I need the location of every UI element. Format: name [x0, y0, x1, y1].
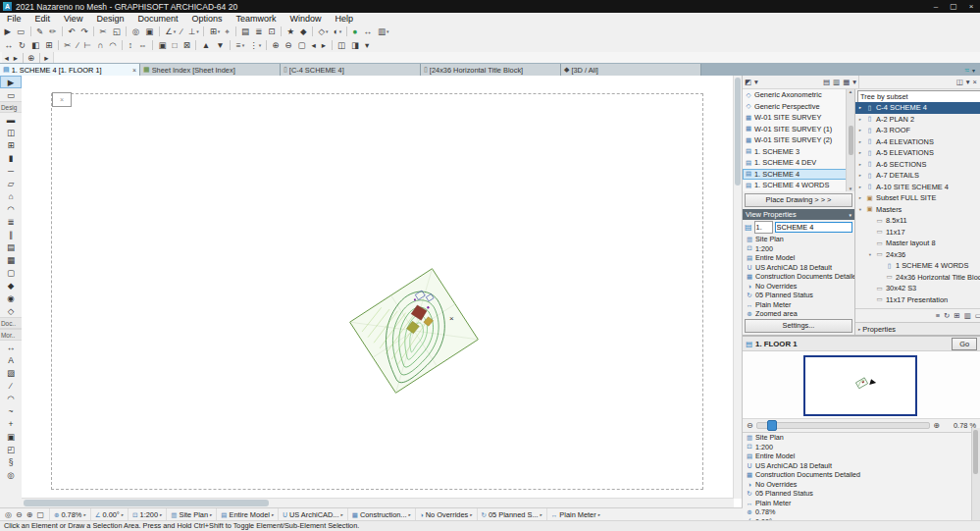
toolbar-button[interactable]: ◂	[309, 39, 319, 51]
preview-properties-scrollbar[interactable]	[971, 428, 980, 521]
layout-tree-item[interactable]: ▭ 8.5x11	[855, 215, 980, 227]
toolbox-tool[interactable]: ▤	[0, 240, 22, 253]
view-property-row[interactable]: ◑ No Overrides	[743, 282, 854, 292]
menu-item[interactable]: File	[0, 13, 28, 25]
expand-arrow-icon[interactable]: ▸	[857, 185, 863, 189]
expand-arrow-icon[interactable]: ▸	[857, 150, 863, 155]
toolbar-button[interactable]: ▢	[295, 39, 309, 51]
view-property-row[interactable]: ▤ Entire Model	[743, 253, 854, 263]
palette-menu-icon[interactable]: ▾	[966, 78, 970, 86]
segment-arrow-icon[interactable]: ▸	[122, 512, 124, 517]
layout-tree-item[interactable]: ▸ ▯ A-6 SECTIONS	[855, 159, 980, 171]
toolbar-button[interactable]: ▼	[214, 39, 228, 51]
view-id-field[interactable]: 1.	[754, 221, 773, 234]
scrollbar-thumb[interactable]	[735, 78, 741, 186]
zoom-slider[interactable]	[756, 422, 931, 429]
menu-item[interactable]: View	[57, 13, 89, 25]
tab[interactable]: ▯ [C-4 SCHEME 4]	[281, 64, 421, 76]
layout-settings-icon[interactable]: ≡	[936, 311, 940, 320]
expand-arrow-icon[interactable]: ▸	[857, 139, 863, 144]
tab[interactable]: ▦ Sheet Index [Sheet Index]	[140, 64, 281, 76]
toolbar-button[interactable]: ⊡	[266, 26, 279, 37]
toolbar-button[interactable]: ⊥ ▾	[185, 26, 201, 37]
add-layout-icon[interactable]: ⊞	[954, 311, 959, 320]
view-list-item[interactable]: ▤ 1. SCHEME 4 DEV	[743, 157, 847, 169]
view-name-input[interactable]	[775, 222, 852, 233]
scroll-down-icon[interactable]: ▼	[847, 186, 854, 191]
view-properties-header[interactable]: View Properties ▾	[743, 209, 854, 220]
preview-property-row[interactable]: ↔ Plain Meter	[743, 499, 972, 508]
toolbox-tool[interactable]: ▢	[0, 266, 22, 279]
toolbar-button[interactable]: ∕	[75, 39, 81, 51]
toolbar-button[interactable]: ↕	[126, 39, 135, 51]
view-list-scrollbar[interactable]: ▲ ▼	[846, 89, 854, 191]
expand-caret-icon[interactable]: ▸	[858, 327, 860, 332]
toolbar-button[interactable]: ✂	[62, 39, 75, 51]
toolbox-tool[interactable]: ⊞	[0, 138, 22, 151]
toolbox-tool[interactable]: ≣	[0, 215, 22, 228]
segment-arrow-icon[interactable]: ▸	[598, 512, 600, 517]
expand-arrow-icon[interactable]: ▾	[857, 207, 863, 212]
toolbar-button[interactable]: ◨	[349, 39, 363, 51]
segment-arrow-icon[interactable]: ▸	[83, 512, 85, 517]
layout-tree-item[interactable]: ▸ ▯ A-7 DETAILS	[855, 170, 980, 182]
toolbar-button[interactable]: ▤	[239, 26, 253, 37]
layout-tree-item[interactable]: ▸ ▯ A-2 PLAN 2	[855, 114, 980, 126]
book-properties-header[interactable]: ▸ Properties	[855, 322, 980, 335]
zoom-in-status-icon[interactable]: ⊕	[26, 510, 33, 519]
toolbar-button[interactable]: ◇ ▾	[316, 26, 331, 37]
preview-property-row[interactable]: ◑ No Overrides	[743, 480, 972, 490]
zoom-out-status-icon[interactable]: ⊖	[16, 510, 23, 519]
view-property-row[interactable]: ⊕ Zoomed area	[743, 309, 854, 317]
toolbar-button[interactable]: ≣	[253, 26, 266, 37]
toolbar-button[interactable]: ◐ ▾	[331, 26, 344, 37]
tab-bar-menu-icon[interactable]: ▾	[972, 67, 975, 74]
map-view-icon[interactable]: ▤	[823, 78, 830, 86]
toolbar-button[interactable]: ⊕	[270, 39, 283, 51]
toolbox-tool[interactable]: +	[0, 417, 22, 430]
toolbar-button[interactable]: ✎	[34, 26, 47, 37]
view-list-item[interactable]: ▤ 1. SCHEME 4 WORDS	[743, 180, 847, 191]
menu-item[interactable]: Options	[184, 13, 229, 25]
toolbox-tool[interactable]: ─	[0, 164, 22, 177]
segment-arrow-icon[interactable]: ▸	[210, 512, 212, 517]
view-property-row[interactable]: ⊡ 1:200	[743, 244, 854, 254]
menu-item[interactable]: Help	[329, 13, 361, 25]
view-property-row[interactable]: ▦ Construction Documents Detailed	[743, 272, 854, 282]
close-button[interactable]: ×	[962, 0, 980, 13]
navigator-preview[interactable]	[743, 351, 980, 418]
toolbox-tool[interactable]: ▮	[0, 151, 22, 164]
view-property-row[interactable]: U US ArchiCAD 18 Default	[743, 263, 854, 273]
toolbox-tool[interactable]: ▬	[0, 113, 22, 126]
toolbar-button[interactable]: ∩	[95, 39, 107, 51]
zoom-in-icon[interactable]: ⊕	[933, 421, 940, 430]
toolbar-button[interactable]: ◠	[107, 39, 120, 51]
expand-arrow-icon[interactable]: ▸	[857, 117, 863, 122]
toolbar-button[interactable]: ∠ ▾	[163, 26, 179, 37]
toolbar-button[interactable]: ▸	[319, 39, 329, 51]
toolbar-button[interactable]: ↷	[78, 26, 91, 37]
toolbox-tool[interactable]: ◰	[0, 443, 22, 455]
toolbar-button[interactable]: ↻	[17, 39, 29, 51]
toolbar-button[interactable]: ⇔	[136, 39, 151, 51]
toolbar-button[interactable]: ↶	[66, 26, 78, 37]
toolbar-button[interactable]: ▣	[143, 26, 157, 37]
view-list-item[interactable]: ▦ W-01 SITE SURVEY	[743, 112, 847, 124]
tab-close-icon[interactable]: ×	[132, 67, 136, 74]
expand-arrow-icon[interactable]: ▾	[867, 252, 873, 257]
toolbar-button[interactable]: ∕	[179, 26, 185, 37]
toolbar-button[interactable]: ⊕	[26, 52, 37, 64]
toolbox-tool[interactable]: ∕	[0, 379, 22, 392]
settings-button[interactable]: Settings...	[745, 319, 852, 333]
toolbox-tool[interactable]: ▣	[0, 430, 22, 443]
preview-property-row[interactable]: ▥ Site Plan	[743, 433, 972, 443]
toolbar-button[interactable]: ◆	[298, 26, 311, 37]
toolbar-button[interactable]: ◫	[335, 39, 349, 51]
view-list-item[interactable]: ▦ W-01 SITE SURVEY (2)	[743, 134, 847, 146]
toolbox-tool[interactable]: ◫	[0, 126, 22, 138]
toolbar-button[interactable]: ▲	[199, 39, 213, 51]
preview-property-row[interactable]: ⊕ 0.78%	[743, 507, 972, 517]
layout-tree-item[interactable]: ▯ 1 SCHEME 4 WORDS	[855, 260, 980, 272]
segment-arrow-icon[interactable]: ▸	[340, 512, 342, 517]
palette-close-icon[interactable]: ×	[973, 78, 977, 86]
